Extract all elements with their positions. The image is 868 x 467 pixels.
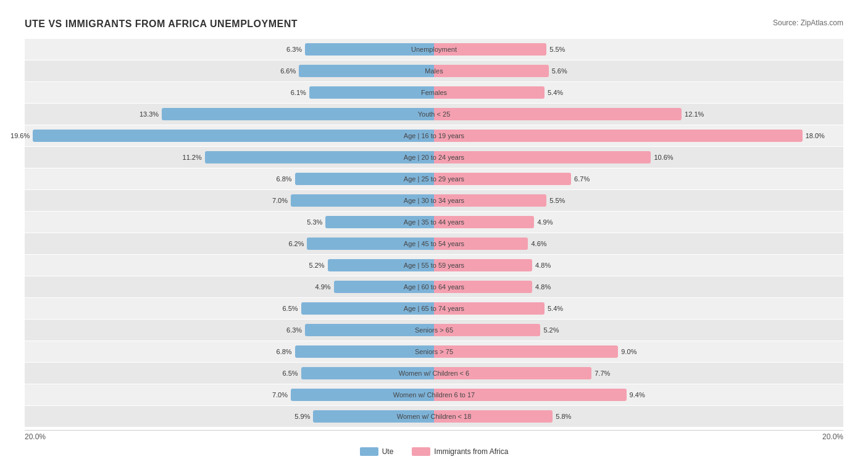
chart-title: UTE VS IMMIGRANTS FROM AFRICA UNEMPLOYME… — [25, 19, 298, 30]
legend-ute: Ute — [360, 447, 394, 456]
table-row: 19.6%18.0%Age | 16 to 19 years — [25, 125, 843, 146]
legend-africa-color — [412, 447, 430, 456]
table-row: 4.9%4.8%Age | 60 to 64 years — [25, 276, 843, 297]
table-row: 5.2%4.8%Age | 55 to 59 years — [25, 255, 843, 276]
table-row: 6.8%9.0%Seniors > 75 — [25, 341, 843, 362]
legend-ute-label: Ute — [382, 447, 394, 456]
chart-header: UTE VS IMMIGRANTS FROM AFRICA UNEMPLOYME… — [25, 19, 843, 30]
legend-africa: Immigrants from Africa — [412, 447, 508, 456]
table-row: 6.2%4.6%Age | 45 to 54 years — [25, 233, 843, 254]
legend: Ute Immigrants from Africa — [25, 447, 843, 456]
legend-ute-color — [360, 447, 378, 456]
table-row: 6.3%5.2%Seniors > 65 — [25, 320, 843, 341]
axis-right: 20.0% — [434, 432, 843, 441]
table-row: 6.6%5.6%Males — [25, 60, 843, 81]
table-row: 11.2%10.6%Age | 20 to 24 years — [25, 147, 843, 168]
legend-africa-label: Immigrants from Africa — [434, 447, 508, 456]
table-row: 5.9%5.8%Women w/ Children < 18 — [25, 406, 843, 427]
chart-container: UTE VS IMMIGRANTS FROM AFRICA UNEMPLOYME… — [12, 12, 856, 467]
table-row: 6.5%5.4%Age | 65 to 74 years — [25, 298, 843, 319]
table-row: 5.3%4.9%Age | 35 to 44 years — [25, 212, 843, 233]
axis-row: 20.0% 20.0% — [25, 430, 843, 441]
chart-area: 6.3%5.5%Unemployment6.6%5.6%Males6.1%5.4… — [25, 39, 843, 427]
axis-left: 20.0% — [25, 432, 434, 441]
table-row: 13.3%12.1%Youth < 25 — [25, 104, 843, 125]
table-row: 6.1%5.4%Females — [25, 82, 843, 103]
table-row: 6.5%7.7%Women w/ Children < 6 — [25, 363, 843, 384]
table-row: 6.3%5.5%Unemployment — [25, 39, 843, 60]
chart-source: Source: ZipAtlas.com — [773, 19, 843, 27]
table-row: 7.0%9.4%Women w/ Children 6 to 17 — [25, 384, 843, 405]
table-row: 6.8%6.7%Age | 25 to 29 years — [25, 168, 843, 189]
table-row: 7.0%5.5%Age | 30 to 34 years — [25, 190, 843, 211]
